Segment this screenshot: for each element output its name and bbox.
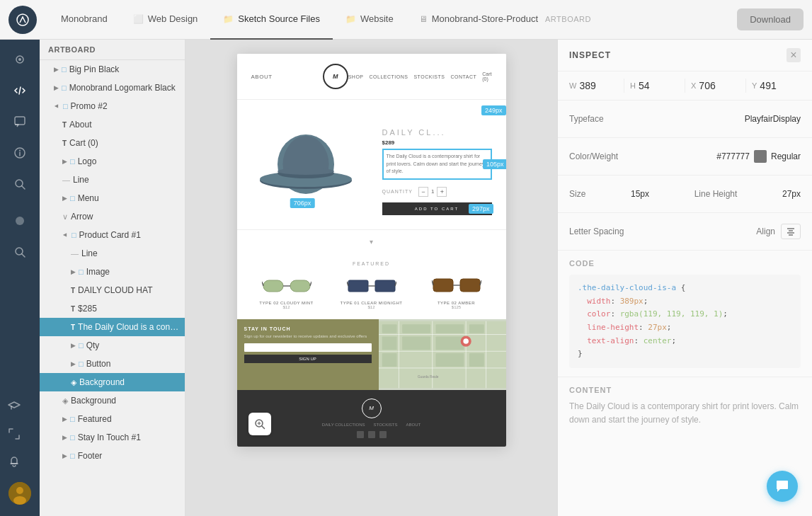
bell-icon-btn[interactable] xyxy=(0,448,28,476)
preview-sign-up-btn[interactable]: SIGN UP xyxy=(244,355,372,363)
layer-name-about: About xyxy=(69,120,179,130)
layer-item-qty[interactable]: ▶ □ Qty xyxy=(40,336,185,355)
tab-artboard[interactable]: 🖥 Monobrand-Store-Product ARTBOARD xyxy=(406,0,604,40)
layer-item-footer[interactable]: ▶ □ Footer xyxy=(40,447,185,465)
preview-glass-price-3: $125 xyxy=(417,305,496,309)
layer-item-product-line[interactable]: — Line xyxy=(40,244,185,263)
layer-item-arrow[interactable]: ∨ Arrow xyxy=(40,207,185,226)
layer-item-daily-cloud-desc[interactable]: T The Daily Cloud is a conte... xyxy=(40,318,185,336)
size-value: 15px xyxy=(631,189,649,199)
layer-item-featured[interactable]: ▶ □ Featured xyxy=(40,410,185,428)
layer-name-price: $285 xyxy=(78,304,179,314)
layer-item-logomark[interactable]: ▶ □ Monobrand Logomark Black xyxy=(40,79,185,97)
avatar-container[interactable] xyxy=(0,476,40,510)
layer-item-promo2[interactable]: ▼ □ Promo #2 xyxy=(40,97,185,115)
layer-item-cart[interactable]: T Cart (0) xyxy=(40,134,185,152)
canvas[interactable]: About M SHOP COLLECTIONS STOCKISTS CONTA… xyxy=(185,40,557,516)
layer-item-price[interactable]: T $285 xyxy=(40,299,185,318)
text-icon-desc: T xyxy=(71,323,75,331)
tab-website[interactable]: 📁 Website xyxy=(333,0,406,40)
text-icon-about: T xyxy=(62,121,67,129)
layer-name-featured: Featured xyxy=(78,414,179,424)
chat-bubble[interactable] xyxy=(767,471,798,502)
preview-footer-links: DAILY COLLECTIONS STOCKISTS ABOUT xyxy=(246,423,498,427)
inspect-size-section: Size 15px Line Height 27px xyxy=(558,176,812,213)
svg-point-11 xyxy=(13,496,26,505)
footer-link-2: STOCKISTS xyxy=(374,423,398,427)
code-icon-btn[interactable] xyxy=(6,76,34,105)
layer-item-line[interactable]: — Line xyxy=(40,171,185,189)
preview-icon-btn[interactable] xyxy=(6,45,34,74)
preview-email-input[interactable] xyxy=(244,343,372,352)
layer-item-background-outer[interactable]: ◈ Background xyxy=(40,391,185,410)
layer-item-big-pin[interactable]: ▶ □ Big Pin Black xyxy=(40,60,185,79)
chevron-button: ▶ xyxy=(71,360,76,367)
inspect-icon-btn[interactable] xyxy=(6,170,34,198)
group-icon-featured: □ xyxy=(70,415,75,423)
svg-point-10 xyxy=(16,487,23,494)
layer-name-stay-in-touch: Stay In Touch #1 xyxy=(78,432,179,442)
info-icon-btn[interactable] xyxy=(6,139,34,167)
layer-item-menu[interactable]: ▶ □ Menu xyxy=(40,189,185,207)
layer-item-background-inner[interactable]: ◈ Background xyxy=(40,373,185,391)
preview-glass-price-2: $12 xyxy=(332,305,411,309)
chat-icon xyxy=(774,478,790,494)
svg-rect-19 xyxy=(348,280,368,292)
preview-featured-title: FEATURED xyxy=(247,261,496,266)
preview-glasses-row: TYPE 02 CLOUDY MINT $12 xyxy=(247,273,496,309)
dim-w-group: W 389 xyxy=(569,80,618,91)
layer-item-about[interactable]: T About xyxy=(40,115,185,134)
app-logo[interactable] xyxy=(8,6,37,34)
layer-name-daily-cloud-hat: DAILY CLOUD HAT xyxy=(78,285,179,295)
zoom-button[interactable] xyxy=(248,413,271,435)
layer-item-stay-in-touch[interactable]: ▶ □ Stay In Touch #1 xyxy=(40,428,185,447)
comment-icon-btn[interactable] xyxy=(6,108,34,136)
svg-rect-35 xyxy=(382,336,396,350)
svg-rect-17 xyxy=(263,280,283,292)
dim-h-group: H 54 xyxy=(630,80,679,91)
layer-item-button[interactable]: ▶ □ Button xyxy=(40,355,185,373)
inspect-content-section: CONTENT The Daily Cloud is a contemporar… xyxy=(558,377,812,435)
qty-plus[interactable]: + xyxy=(437,187,447,197)
align-icon[interactable] xyxy=(781,224,801,239)
dot-icon-btn[interactable] xyxy=(6,207,34,235)
layer-item-logo[interactable]: ▶ □ Logo xyxy=(40,152,185,171)
layer-name-daily-cloud-desc: The Daily Cloud is a conte... xyxy=(78,322,179,332)
preview-nav: About M SHOP COLLECTIONS STOCKISTS CONTA… xyxy=(237,54,506,99)
preview-qty-controls: − 1 + xyxy=(418,187,447,197)
code-prop-text-align: text-align xyxy=(587,336,634,345)
code-val-color: rgba(119, 119, 119, 1) xyxy=(620,309,724,319)
svg-rect-37 xyxy=(435,336,464,350)
text-icon-price: T xyxy=(71,305,75,313)
search-icon-btn[interactable] xyxy=(6,238,34,266)
graduation-icon-btn[interactable] xyxy=(0,391,28,420)
inspect-align-section: Letter Spacing Align xyxy=(558,213,812,251)
expand-icon-btn[interactable] xyxy=(0,420,28,448)
layer-name-product-line: Line xyxy=(81,248,179,258)
download-button[interactable]: Download xyxy=(737,8,804,30)
inspect-close-button[interactable]: × xyxy=(787,48,801,62)
svg-point-42 xyxy=(463,338,469,344)
layer-item-product-card[interactable]: ▼ □ Product Card #1 xyxy=(40,226,185,244)
preview-product-info: 249px DAILY CL... $289 The Daily Cloud i… xyxy=(368,100,506,229)
preview-contact-title: STAY IN TOUCH xyxy=(244,326,372,331)
chevron-promo2: ▼ xyxy=(53,103,60,110)
inspect-dimensions: W 389 H 54 X 706 Y 491 xyxy=(558,71,812,101)
align-center-icon xyxy=(786,227,796,236)
tab-web-design[interactable]: ⬜ Web Design xyxy=(120,0,211,40)
tab-monobrand[interactable]: Monobrand xyxy=(48,0,120,40)
shape-icon-line: — xyxy=(62,176,70,184)
svg-rect-36 xyxy=(402,336,430,350)
web-design-icon: ⬜ xyxy=(133,14,144,24)
code-section-title: CODE xyxy=(569,259,801,268)
code-val-line-height: 27px xyxy=(648,323,667,332)
qty-minus[interactable]: − xyxy=(418,187,428,197)
group-icon-menu: □ xyxy=(70,194,75,202)
group-icon-stay-in-touch: □ xyxy=(70,433,75,442)
map-svg: Guarda Reale xyxy=(379,319,506,390)
layer-item-image[interactable]: ▶ □ Image xyxy=(40,263,185,281)
layer-item-daily-cloud-hat[interactable]: T DAILY CLOUD HAT xyxy=(40,281,185,299)
footer-social-1 xyxy=(357,431,364,438)
tab-sketch-source[interactable]: 📁 Sketch Source Files xyxy=(210,0,333,40)
svg-rect-22 xyxy=(460,279,480,292)
